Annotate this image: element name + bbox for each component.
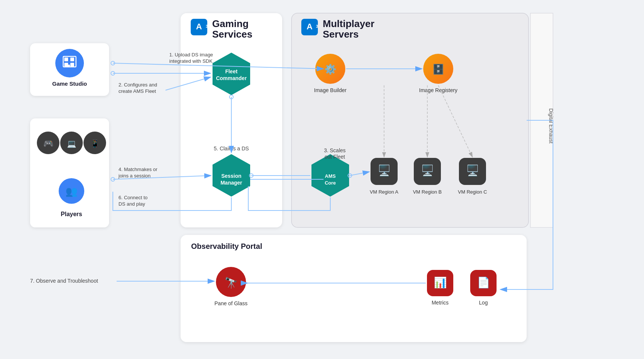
gaming-services-subtitle: Services (212, 29, 252, 40)
step7-label: 7. Observe and Troubleshoot (30, 278, 98, 284)
svg-text:create AMS Fleet: create AMS Fleet (118, 88, 156, 94)
svg-text:integrated with SDK: integrated with SDK (169, 58, 213, 64)
svg-text:joins a session: joins a session (118, 173, 150, 179)
main-container: A 3 Gaming Services A 3 Multiplayer Serv… (0, 0, 644, 359)
svg-text:📊: 📊 (434, 276, 447, 289)
observability-title: Observability Portal (191, 242, 262, 250)
svg-rect-22 (70, 63, 74, 67)
svg-text:Multiplayer: Multiplayer (323, 18, 374, 29)
svg-rect-3 (292, 13, 529, 227)
pane-of-glass-label: Pane of Glass (214, 300, 248, 306)
svg-text:DS and play: DS and play (118, 201, 145, 207)
svg-text:🖥️: 🖥️ (378, 164, 391, 177)
svg-rect-19 (64, 58, 68, 61)
svg-text:🗄️: 🗄️ (432, 63, 445, 75)
svg-text:3: 3 (316, 24, 318, 29)
gaming-services-title: Gaming (212, 18, 249, 29)
vm-region-b-label: VM Region B (413, 189, 442, 195)
svg-text:Manager: Manager (220, 180, 242, 186)
svg-text:A: A (196, 22, 202, 31)
svg-text:🖥️: 🖥️ (421, 164, 434, 177)
game-studio-label: Game Studio (52, 80, 87, 87)
svg-text:🔭: 🔭 (225, 277, 238, 289)
metrics-label: Metrics (431, 300, 448, 306)
step2-label: 2. Configures and (118, 82, 157, 88)
svg-text:⚙️: ⚙️ (324, 63, 337, 75)
vm-region-c-label: VM Region C (458, 189, 487, 195)
svg-text:Commander: Commander (216, 75, 247, 81)
svg-rect-23 (67, 65, 70, 67)
svg-text:🖥️: 🖥️ (466, 164, 479, 177)
svg-text:AMS: AMS (325, 173, 336, 179)
svg-text:out Fleet: out Fleet (325, 154, 345, 160)
svg-text:📱: 📱 (90, 139, 100, 148)
players-label: Players (61, 211, 82, 217)
step3-label: 3. Scales (324, 147, 346, 153)
svg-text:Servers: Servers (323, 29, 358, 40)
image-builder-label: Image Builder (314, 87, 347, 93)
svg-text:Fleet: Fleet (225, 68, 238, 74)
step4-label: 4. Matchmakes or (118, 167, 158, 172)
svg-text:👥: 👥 (65, 185, 78, 197)
diagram-wrapper: A 3 Gaming Services A 3 Multiplayer Serv… (8, 8, 636, 351)
svg-text:3: 3 (206, 24, 208, 29)
diagram-svg: A 3 Gaming Services A 3 Multiplayer Serv… (8, 8, 636, 351)
step6-label: 6. Connect to (118, 195, 147, 200)
svg-text:A: A (307, 22, 313, 31)
svg-text:Core: Core (325, 180, 336, 186)
log-label: Log (479, 300, 488, 306)
svg-text:💻: 💻 (67, 139, 76, 148)
svg-rect-20 (70, 58, 74, 61)
image-registry-label: Image Registery (419, 87, 457, 93)
svg-text:🎮: 🎮 (43, 138, 54, 148)
step1-label: 1. Upload DS image (169, 52, 213, 58)
svg-point-17 (55, 49, 84, 77)
svg-text:📄: 📄 (477, 276, 490, 289)
vm-region-a-label: VM Region A (370, 189, 398, 195)
svg-text:Session: Session (221, 173, 242, 179)
